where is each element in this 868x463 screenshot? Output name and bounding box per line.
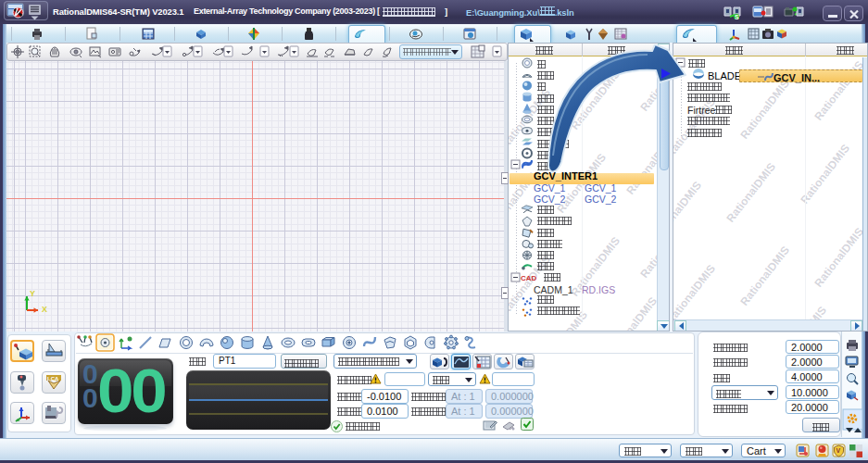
- svg-text:CAD: CAD: [521, 274, 537, 282]
- svg-text:LCA: LCA: [47, 376, 59, 382]
- svg-text:X: X: [42, 305, 47, 314]
- svg-text:S: S: [735, 14, 739, 20]
- svg-text:Y: Y: [30, 289, 35, 298]
- svg-text:V: V: [837, 447, 841, 454]
